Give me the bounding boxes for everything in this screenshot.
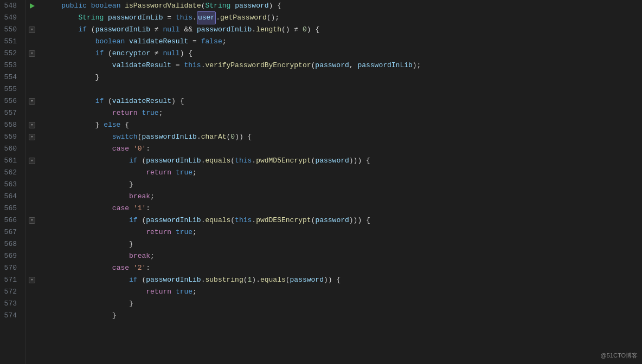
whitespace [87,0,91,12]
token-num: 1 [248,274,252,286]
token-field: encryptor [112,48,150,60]
token-class-name: String [78,12,104,24]
fold-icon[interactable]: ▾ [29,158,35,164]
token-plain: . [252,155,256,167]
token-num: 0 [303,24,307,36]
whitespace [44,250,129,262]
gutter-row [26,36,38,48]
whitespace [44,286,146,298]
token-plain: ( [138,131,142,143]
token-kw2: case [112,203,129,214]
code-line: if (passwordInLib.equals(this.pwdMD5Encr… [44,155,642,167]
line-number: 570 [0,262,21,274]
token-field: passwordInLib [108,12,163,24]
code-line: String passwordInLib = this.user.getPass… [44,12,642,24]
line-number: 569 [0,250,21,262]
token-method-call: substring [205,274,243,286]
whitespace [129,143,133,155]
code-line: case '1': [44,203,642,214]
token-field: user [197,11,216,24]
token-method-call: getPassword [220,12,267,24]
whitespace [125,36,129,48]
whitespace [44,214,129,226]
line-number: 574 [0,310,21,322]
token-kw2: break [129,191,150,203]
code-line: case '0': [44,143,642,155]
whitespace [120,0,125,12]
line-number: 568 [0,238,21,250]
whitespace [44,131,112,143]
gutter-row [26,107,38,119]
whitespace [44,107,112,119]
token-method-call: equals [205,155,230,167]
token-plain: ) { [171,95,184,107]
token-field: passwordInLib [197,24,252,36]
gutter-row [26,226,38,238]
code-line: return true; [44,286,642,298]
code-line: } [44,72,642,83]
fold-icon[interactable]: ▾ [29,50,35,57]
token-plain: )) { [235,131,252,143]
whitespace [44,143,112,155]
token-plain: && [180,24,197,36]
token-plain: ( [311,155,316,167]
whitespace [44,60,112,72]
token-plain: : [146,143,150,155]
whitespace [129,262,133,274]
line-number: 555 [0,83,21,95]
line-number: 550 [0,24,21,36]
gutter-row [26,298,38,310]
code-line: } [44,238,642,250]
token-plain: . [197,131,201,143]
whitespace [44,167,146,179]
whitespace [44,203,112,214]
whitespace [44,95,95,107]
watermark: @51CTO博客 [601,352,638,360]
whitespace [44,226,146,238]
token-bool-val: true [176,226,192,238]
line-number: 567 [0,226,21,238]
token-kw2: case [112,143,129,155]
whitespace [44,310,112,322]
code-line: } [44,179,642,191]
token-plain: ( [104,48,112,60]
fold-icon[interactable]: ▾ [29,98,35,105]
code-line: return true; [44,226,642,238]
token-field: passwordInLib [146,274,201,286]
token-plain: ))) { [349,214,370,226]
token-plain: ( [230,155,235,167]
whitespace [44,36,95,48]
whitespace [129,203,133,214]
token-paren: ) { [269,0,281,12]
gutter-row [26,0,38,12]
whitespace [104,12,108,24]
token-plain: ( [243,274,248,286]
whitespace [44,274,129,286]
fold-icon[interactable]: ▾ [29,134,35,140]
token-class-name: String [206,0,231,12]
breakpoint-arrow[interactable] [30,3,35,9]
token-field: passwordInLib [146,155,201,167]
fold-icon[interactable]: ▾ [29,122,35,128]
fold-icon[interactable]: ▾ [29,277,35,283]
token-plain: . [201,214,206,226]
whitespace [44,0,61,12]
fold-icon[interactable]: ▾ [29,217,35,224]
whitespace [44,191,129,203]
fold-icon[interactable]: ▾ [29,27,35,33]
gutter-row [26,310,38,322]
line-number: 571 [0,274,21,286]
line-number: 566 [0,214,21,226]
token-plain: = [163,12,175,24]
code-line: if (validateResult) { [44,95,642,107]
token-this-kw: this [176,12,192,24]
token-plain: } [44,179,133,191]
token-param: password [235,0,268,12]
token-plain: ( [138,214,146,226]
code-line: return true; [44,167,642,179]
token-plain: ); [413,60,421,72]
token-this-kw: this [184,60,201,72]
token-field: passwordInLib [146,214,201,226]
line-number: 549 [0,12,21,24]
code-line: return true; [44,107,642,119]
